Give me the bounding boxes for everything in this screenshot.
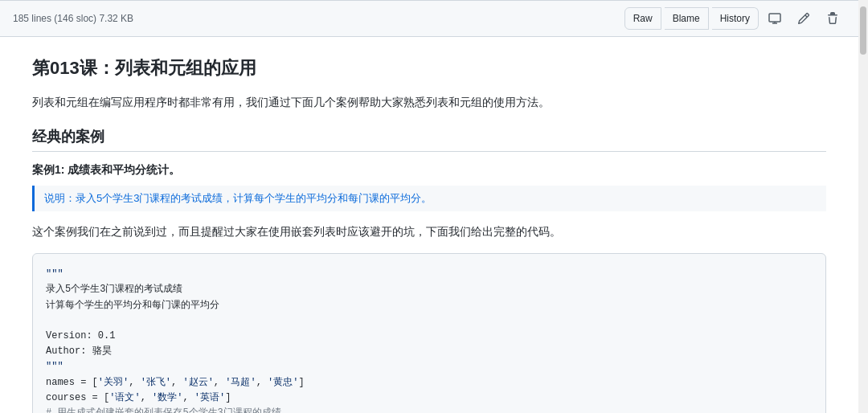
display-icon-button[interactable] <box>762 9 788 28</box>
file-meta: 185 lines (146 sloc) 7.32 KB <box>13 13 133 24</box>
code-line-4 <box>46 313 813 329</box>
classic-section-heading: 经典的案例 <box>32 127 826 152</box>
main-container: 185 lines (146 sloc) 7.32 KB Raw Blame H… <box>0 0 858 413</box>
case1-heading: 案例1: 成绩表和平均分统计。 <box>32 163 826 178</box>
case1-blockquote-text: 说明：录入5个学生3门课程的考试成绩，计算每个学生的平均分和每门课的平均分。 <box>44 190 817 206</box>
blame-button[interactable]: Blame <box>665 7 709 30</box>
case1-description: 这个案例我们在之前说到过，而且提醒过大家在使用嵌套列表时应该避开的坑，下面我们给… <box>32 223 826 240</box>
code-line-5: Version: 0.1 <box>46 329 813 344</box>
svg-rect-0 <box>769 14 780 22</box>
edit-icon-button[interactable] <box>791 9 817 28</box>
raw-button[interactable]: Raw <box>624 7 661 30</box>
history-button[interactable]: History <box>712 7 759 30</box>
code-line-10: # 用生成式创建嵌套的列表保存5个学生3门课程的成绩 <box>46 406 813 413</box>
scrollbar-track[interactable] <box>858 0 868 413</box>
code-block: """ 录入5个学生3门课程的考试成绩 计算每个学生的平均分和每门课的平均分 V… <box>32 253 826 413</box>
article-intro: 列表和元组在编写应用程序时都非常有用，我们通过下面几个案例帮助大家熟悉列表和元组… <box>32 93 826 111</box>
edit-icon <box>797 12 810 25</box>
delete-icon-button[interactable] <box>820 9 845 28</box>
delete-icon <box>826 12 839 25</box>
code-line-8: names = ['关羽', '张飞', '赵云', '马超', '黄忠'] <box>46 375 813 391</box>
article-title: 第013课：列表和元组的应用 <box>32 56 826 80</box>
file-actions: Raw Blame History <box>624 7 845 30</box>
code-line-7: """ <box>46 359 813 374</box>
code-line-2: 录入5个学生3门课程的考试成绩 <box>46 282 813 297</box>
code-line-1: """ <box>46 267 813 282</box>
file-header: 185 lines (146 sloc) 7.32 KB Raw Blame H… <box>0 0 858 37</box>
content-area: 第013课：列表和元组的应用 列表和元组在编写应用程序时都非常有用，我们通过下面… <box>0 37 858 413</box>
code-line-6: Author: 骆昊 <box>46 344 813 359</box>
code-line-9: courses = ['语文', '数学', '英语'] <box>46 391 813 406</box>
scrollbar-thumb[interactable] <box>860 6 866 55</box>
code-line-3: 计算每个学生的平均分和每门课的平均分 <box>46 298 813 313</box>
display-icon <box>768 12 781 25</box>
case1-blockquote: 说明：录入5个学生3门课程的考试成绩，计算每个学生的平均分和每门课的平均分。 <box>32 186 826 211</box>
